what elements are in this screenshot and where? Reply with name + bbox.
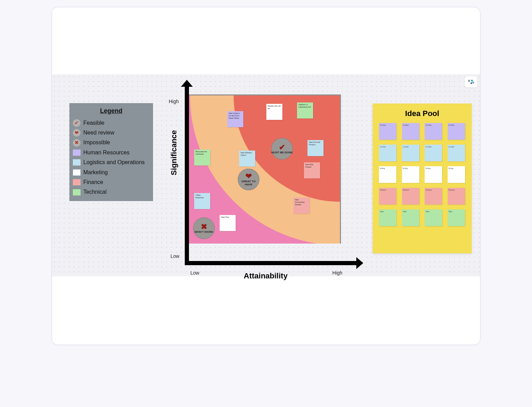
heart-icon: ❤	[245, 172, 252, 180]
idea-pool-note[interactable]: Tech	[425, 209, 442, 226]
y-tick-high: High	[169, 99, 179, 104]
idea-pool-note[interactable]: M-ting	[379, 166, 396, 183]
x-tick-low: Low	[190, 270, 199, 276]
idea-pool-note[interactable]: Tech	[379, 209, 396, 226]
idea-pool-title: Idea Pool	[379, 109, 465, 118]
idea-pool-note[interactable]: Finance	[402, 188, 419, 205]
idea-pool-note[interactable]: Lo-Ops	[402, 145, 419, 161]
idea-pool-panel: Idea Pool Hu-ResHu-ResHu-ResHu-ResLo-Ops…	[373, 103, 472, 253]
idea-pool-note[interactable]: Tech	[448, 209, 465, 226]
idea-pool-note[interactable]: Hu-Res	[425, 123, 442, 140]
app-logo-icon: v	[467, 78, 475, 86]
legend-category-label: Human Resources	[83, 148, 130, 157]
check-icon: ✔	[279, 144, 285, 151]
idea-pool-note[interactable]: Hu-Res	[448, 123, 465, 140]
zone-badge-great[interactable]: ❤ GREAT TO HAVE	[238, 169, 259, 190]
legend-status-row: ✔Feasible	[73, 118, 150, 128]
idea-pool-note[interactable]: M-ting	[402, 166, 419, 183]
priority-matrix: Significance Attainability High Low Low …	[169, 85, 357, 280]
sticky-note[interactable]: New First Aid Product	[307, 140, 324, 156]
status-badge-icon: ✔	[73, 119, 81, 127]
color-swatch	[73, 179, 81, 185]
sticky-note[interactable]: Renovate the machines	[194, 149, 210, 166]
status-badge-icon: ✖	[73, 139, 81, 147]
zone-badge-label: WON'T WORK	[195, 231, 213, 234]
legend-status-label: Feasible	[83, 118, 104, 128]
idea-pool-note[interactable]: Finance	[379, 188, 396, 205]
idea-pool-note[interactable]: M-ting	[425, 166, 442, 183]
svg-point-1	[471, 80, 473, 82]
zone-badge-must[interactable]: ✔ MUST BE DONE	[271, 138, 293, 160]
idea-pool-note[interactable]: M-ting	[448, 166, 465, 183]
app-logo-button[interactable]: v	[465, 76, 477, 87]
legend-status-row: ✖Impossible	[73, 138, 150, 147]
svg-text:v: v	[468, 79, 470, 83]
svg-point-3	[471, 82, 472, 84]
legend-panel: Legend ✔Feasible❤Need review✖Impossible …	[69, 103, 153, 201]
idea-pool-note[interactable]: Lo-Ops	[379, 145, 396, 161]
idea-pool-note[interactable]: Hu-Res	[402, 123, 419, 140]
sticky-note[interactable]: New Post	[220, 215, 236, 231]
y-tick-low: Low	[170, 253, 180, 259]
idea-pool-note[interactable]: Lo-Ops	[448, 145, 465, 161]
legend-category-row: Marketing	[73, 168, 150, 177]
idea-pool-note[interactable]: Hu-Res	[379, 123, 396, 140]
cross-icon: ✖	[201, 223, 207, 231]
legend-category-row: Logistics and Operations	[73, 158, 150, 167]
legend-status-row: ❤Need review	[73, 128, 150, 137]
sticky-note[interactable]: Office Extension	[194, 193, 210, 209]
color-swatch	[73, 159, 81, 166]
idea-pool-note[interactable]: Finance	[448, 188, 465, 205]
whiteboard-canvas[interactable]: v Legend ✔Feasible❤Need review✖Impossibl…	[52, 74, 480, 276]
idea-pool-grid: Hu-ResHu-ResHu-ResHu-ResLo-OpsLo-OpsLo-O…	[379, 123, 465, 226]
svg-point-2	[472, 82, 474, 84]
color-swatch	[73, 149, 81, 156]
legend-status-label: Impossible	[83, 138, 110, 147]
color-swatch	[73, 189, 81, 195]
status-badge-icon: ❤	[73, 129, 81, 137]
idea-pool-note[interactable]: Tech	[402, 209, 419, 226]
color-swatch	[73, 169, 81, 176]
y-axis	[185, 85, 189, 261]
legend-category-row: Human Resources	[73, 148, 150, 157]
sticky-note[interactable]: New Pills Drawer	[304, 162, 320, 178]
legend-category-label: Finance	[83, 178, 103, 187]
legend-status-label: Need review	[83, 128, 114, 137]
sticky-note[interactable]: New Accounting System	[294, 198, 310, 214]
x-axis-label: Attainability	[244, 271, 288, 281]
plot-area[interactable]: ✔ MUST BE DONE ❤ GREAT TO HAVE ✖ WON'T W…	[189, 94, 341, 244]
zone-badge-wont[interactable]: ✖ WON'T WORK	[193, 217, 215, 239]
sticky-note[interactable]: New Delivery Option	[239, 151, 255, 167]
legend-category-row: Technical	[73, 187, 150, 197]
idea-pool-note[interactable]: Finance	[425, 188, 442, 205]
legend-category-label: Technical	[83, 187, 107, 197]
legend-category-label: Logistics and Operations	[83, 158, 145, 167]
legend-title: Legend	[73, 106, 150, 116]
x-axis	[185, 261, 358, 265]
sticky-note[interactable]: New Uniform for the Front Desk Officer	[227, 111, 243, 127]
idea-pool-note[interactable]: Lo-Ops	[425, 145, 442, 161]
sticky-note[interactable]: Addition of Laboratory Aid	[297, 102, 313, 118]
legend-category-label: Marketing	[83, 168, 108, 177]
legend-category-row: Finance	[73, 178, 150, 187]
sticky-note[interactable]: Repaint the old ad	[266, 104, 282, 120]
zone-badge-label: MUST BE DONE	[271, 151, 292, 154]
template-frame: v Legend ✔Feasible❤Need review✖Impossibl…	[52, 7, 480, 345]
y-axis-label: Significance	[169, 130, 178, 175]
zone-badge-label: GREAT TO HAVE	[238, 180, 259, 186]
x-tick-high: High	[332, 270, 342, 276]
